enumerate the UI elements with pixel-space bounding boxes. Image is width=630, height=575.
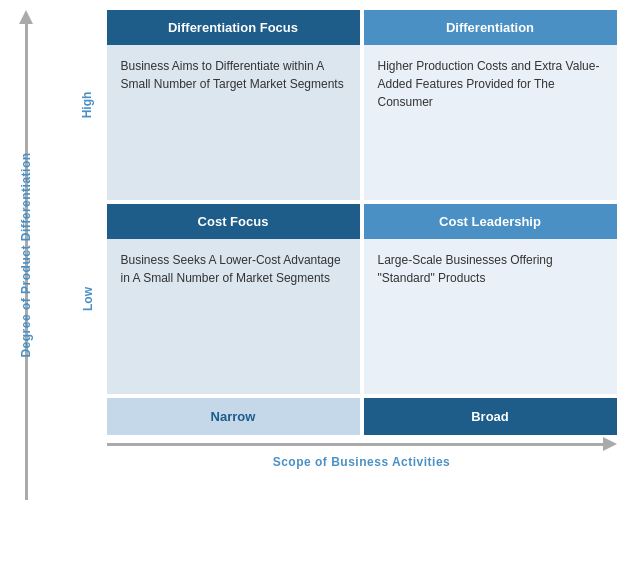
quadrant-differentiation-body: Higher Production Costs and Extra Value-… (364, 45, 617, 200)
grid-row-high: High Differentiation Focus Business Aims… (69, 10, 617, 200)
quadrant-cost-focus-header: Cost Focus (107, 204, 360, 239)
high-label: High (69, 10, 107, 200)
broad-label: Broad (364, 398, 617, 435)
bottom-quadrant-pair: Cost Focus Business Seeks A Lower-Cost A… (107, 204, 617, 394)
x-axis-label: Scope of Business Activities (235, 455, 451, 469)
y-axis-label: Degree of Product Differentiation (19, 152, 33, 357)
porter-matrix: Degree of Product Differentiation High D… (10, 10, 620, 565)
bottom-spacer (69, 398, 107, 435)
quadrant-cost-focus: Cost Focus Business Seeks A Lower-Cost A… (107, 204, 360, 394)
low-label: Low (69, 204, 107, 394)
y-axis-label-container: Degree of Product Differentiation (10, 10, 42, 500)
quadrant-cost-focus-body: Business Seeks A Lower-Cost Advantage in… (107, 239, 360, 394)
bottom-labels-row: Narrow Broad (69, 398, 617, 435)
quadrant-cost-leadership: Cost Leadership Large-Scale Businesses O… (364, 204, 617, 394)
grid-row-low: Low Cost Focus Business Seeks A Lower-Co… (69, 204, 617, 394)
quadrant-differentiation-focus-header: Differentiation Focus (107, 10, 360, 45)
narrow-label: Narrow (107, 398, 360, 435)
x-axis-container: Scope of Business Activities (69, 437, 617, 469)
x-axis-line (107, 443, 603, 446)
top-quadrant-pair: Differentiation Focus Business Aims to D… (107, 10, 617, 200)
quadrant-cost-leadership-body: Large-Scale Businesses Offering "Standar… (364, 239, 617, 394)
quadrant-differentiation-header: Differentiation (364, 10, 617, 45)
x-axis-arrow (603, 437, 617, 451)
quadrant-differentiation-focus-body: Business Aims to Differentiate within A … (107, 45, 360, 200)
quadrant-differentiation: Differentiation Higher Production Costs … (364, 10, 617, 200)
quadrant-differentiation-focus: Differentiation Focus Business Aims to D… (107, 10, 360, 200)
x-axis-row (69, 437, 617, 451)
quadrant-cost-leadership-header: Cost Leadership (364, 204, 617, 239)
main-grid-area: High Differentiation Focus Business Aims… (69, 10, 617, 435)
